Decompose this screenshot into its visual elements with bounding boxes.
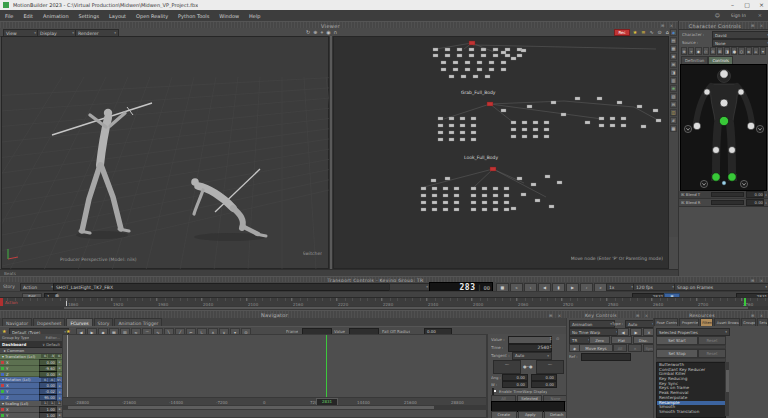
side-strip-icon-2[interactable]: ▦: [670, 45, 677, 52]
tree-root-row[interactable]: Dashboard∨ Default: [0, 341, 62, 348]
w-field-0[interactable]: 0.00: [502, 381, 528, 388]
value-spinner[interactable]: ↕: [549, 336, 552, 341]
group-by-type[interactable]: Group by Type: [0, 335, 29, 340]
character-tool-icon-3[interactable]: ◇: [703, 47, 709, 55]
tangent-right-diagram[interactable]: ⌒: [536, 360, 564, 374]
character-tool-icon-1[interactable]: +: [688, 47, 694, 55]
action-dropdown[interactable]: Action: [20, 283, 56, 291]
character-tool-icon-7[interactable]: ●: [731, 47, 737, 55]
speed-dropdown[interactable]: 1x: [606, 283, 636, 291]
selected-properties-dropdown[interactable]: Selected Properties: [656, 328, 730, 336]
fcurve-graph[interactable]: -28800-21600-14400-720007200144002160028…: [62, 334, 487, 418]
menu-python-tools[interactable]: Python Tools: [173, 13, 214, 19]
side-strip-icon-0[interactable]: ◆: [670, 29, 677, 36]
take-dropdown[interactable]: [389, 283, 431, 291]
record-button[interactable]: Rec: [614, 29, 629, 36]
ang-field-1[interactable]: 0.00: [531, 374, 557, 381]
menu-help[interactable]: Help: [244, 13, 265, 19]
resources-header-icons[interactable]: ⊞ ×: [751, 313, 768, 318]
right-hip-rotate[interactable]: [756, 125, 763, 132]
ik-row-value[interactable]: 0.00: [746, 191, 764, 198]
right-shoulder-effector[interactable]: [738, 89, 744, 95]
aux-0[interactable]: All: [613, 344, 627, 352]
toe-effector[interactable]: [722, 181, 726, 185]
value-pin-icon[interactable]: ⊙: [556, 336, 559, 341]
side-strip-icon-9[interactable]: ⊟: [670, 101, 677, 108]
character-tool-icon-0[interactable]: ⊕: [681, 47, 687, 55]
perspective-viewport[interactable]: Producer Perspective (Model: nils) Switc…: [1, 36, 329, 269]
character-tool-icon-10[interactable]: ⌂: [753, 47, 759, 55]
aux-1[interactable]: ×: [628, 344, 642, 352]
left-shoulder-effector[interactable]: [704, 89, 710, 95]
menu-file[interactable]: File: [0, 13, 18, 19]
viewport-icon-1[interactable]: ★: [632, 29, 638, 35]
maximize-button[interactable]: ▢: [744, 1, 750, 8]
tab-pose-controls[interactable]: Pose Controls: [654, 318, 678, 326]
gizmo-icon-1[interactable]: ⊕: [313, 29, 317, 35]
clip-name-field[interactable]: SHOT_LastFight_TK7_FBX: [53, 283, 393, 291]
timewarp-dropdown[interactable]: No Time Warp: [569, 328, 621, 336]
key-nav-0[interactable]: ◀: [617, 328, 629, 336]
animation-dropdown[interactable]: Animation: [569, 320, 615, 328]
ik-row-slider[interactable]: [711, 200, 744, 205]
key-editor-create[interactable]: Create: [491, 411, 517, 418]
tab-sets[interactable]: Sets: [757, 318, 768, 326]
head-effector[interactable]: [720, 70, 728, 78]
side-strip-icon-1[interactable]: ▤: [670, 37, 677, 44]
key-value-field[interactable]: [508, 336, 552, 344]
set-stop-button[interactable]: Set Stop: [656, 349, 698, 358]
ik-row-spinner[interactable]: ↕: [764, 193, 768, 197]
character-tool-icon-8[interactable]: ○: [738, 47, 744, 55]
side-strip-icon-4[interactable]: ⊞: [670, 61, 677, 68]
tree-root-mode[interactable]: ∨ Default: [42, 342, 62, 347]
ref-field[interactable]: [581, 353, 631, 361]
gizmo-icon-4[interactable]: ∩: [334, 29, 338, 35]
filter-item[interactable]: Smooth Translation: [657, 410, 725, 415]
side-strip-icon-8[interactable]: ▧: [670, 93, 677, 100]
tab-groups[interactable]: Groups: [741, 318, 756, 326]
tab-definition[interactable]: Definition: [681, 56, 708, 64]
close-button[interactable]: ×: [759, 1, 764, 8]
right-knee-effector[interactable]: [729, 147, 736, 154]
op-zero[interactable]: Zero: [589, 336, 610, 344]
character-tool-icon-6[interactable]: ◨: [724, 47, 730, 55]
key-controls-header-icons[interactable]: ⊞ ×: [636, 313, 653, 318]
key-time-field[interactable]: 2540: [508, 344, 552, 352]
tab-filters[interactable]: Filters: [700, 318, 714, 326]
menubar-close-icon[interactable]: ×: [758, 12, 762, 18]
character-tool-icon-5[interactable]: ⊞: [717, 47, 723, 55]
tab-properties[interactable]: Properties: [679, 318, 698, 326]
gizmo-icon-0[interactable]: ↻: [306, 29, 310, 35]
side-strip-icon-6[interactable]: ▥: [670, 77, 677, 84]
op-disc[interactable]: Disc.: [633, 336, 654, 344]
editor-link[interactable]: Editor...: [45, 335, 62, 340]
navigator-header-icons[interactable]: ⊞ ×: [549, 313, 566, 318]
character-controls-header[interactable]: Character Controls ⊞ ×: [679, 21, 768, 30]
left-ankle-effector[interactable]: [712, 173, 720, 181]
side-strip-icon-7[interactable]: ⊕: [670, 85, 677, 92]
side-strip-icon-10[interactable]: ◫: [670, 109, 677, 116]
key-nav-1[interactable]: ▶: [630, 328, 642, 336]
menu-layout[interactable]: Layout: [104, 13, 131, 19]
side-strip-icon-12[interactable]: ▩: [670, 125, 677, 132]
tangent-left-diagram[interactable]: ⌒: [493, 360, 521, 374]
fps-dropdown[interactable]: 120 fps: [633, 283, 677, 291]
tree-channel-value[interactable]: 0.00: [39, 371, 57, 378]
time-spinner[interactable]: ↕: [549, 344, 552, 349]
op-flat[interactable]: Flat: [611, 336, 632, 344]
ik-row-slider[interactable]: [711, 192, 744, 197]
w-field-1[interactable]: 0.00: [531, 381, 557, 388]
chest-effector[interactable]: [720, 99, 728, 107]
menu-settings[interactable]: Settings: [74, 13, 105, 19]
right-ankle-effector[interactable]: [728, 173, 736, 181]
minimize-button[interactable]: –: [731, 1, 734, 8]
set-start-reset-button[interactable]: Reset: [698, 336, 726, 345]
ang-field-0[interactable]: 0.00: [502, 374, 528, 381]
left-knee-effector[interactable]: [713, 147, 720, 154]
hips-effector[interactable]: [719, 116, 728, 125]
tree-channel-value[interactable]: 95.00: [39, 394, 57, 401]
gizmo-icon-3[interactable]: ◉: [326, 29, 330, 35]
left-wrist-effector[interactable]: [693, 122, 701, 130]
filters-scrollbar[interactable]: [725, 362, 729, 416]
graph-scrollbar[interactable]: [63, 405, 486, 410]
